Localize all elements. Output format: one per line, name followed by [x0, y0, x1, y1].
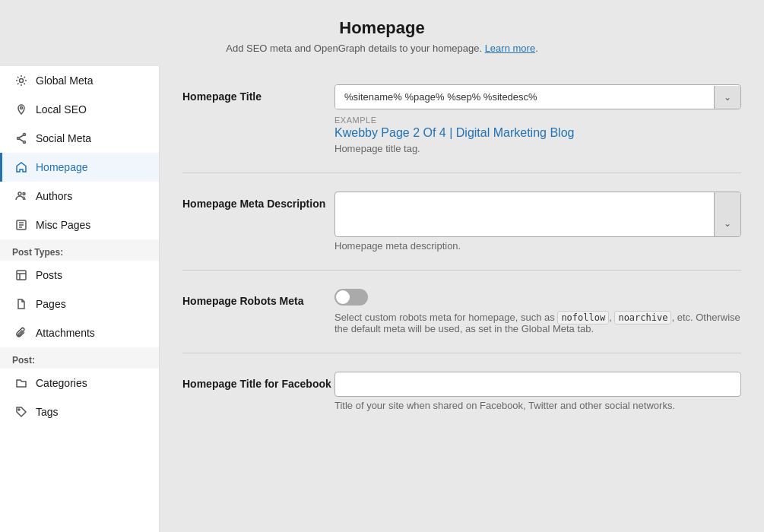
- home-icon: [14, 160, 28, 174]
- post-section-label: Post:: [0, 347, 159, 369]
- field-label-robots-meta: Homepage Robots Meta: [182, 289, 334, 307]
- field-label-homepage-title: Homepage Title: [182, 84, 334, 103]
- code-tag-nofollow: nofollow: [557, 311, 609, 325]
- sidebar-label-misc-pages: Misc Pages: [36, 219, 90, 231]
- tag-icon: [14, 405, 28, 419]
- meta-description-value: [335, 192, 714, 236]
- svg-point-10: [23, 193, 25, 195]
- sidebar-label-local-seo: Local SEO: [36, 103, 87, 116]
- field-control-facebook-title: Title of your site when shared on Facebo…: [334, 372, 741, 411]
- post-types-section-label: Post Types:: [0, 239, 159, 261]
- sidebar-label-categories: Categories: [36, 377, 87, 389]
- sidebar-label-authors: Authors: [36, 190, 72, 202]
- sidebar-item-posts[interactable]: Posts: [0, 261, 159, 290]
- svg-point-3: [17, 138, 20, 140]
- meta-description-textarea[interactable]: ⌄: [334, 192, 741, 237]
- homepage-title-dropdown-arrow[interactable]: ⌄: [714, 86, 740, 109]
- svg-point-22: [18, 409, 20, 410]
- sidebar-item-attachments[interactable]: Attachments: [0, 318, 159, 347]
- sidebar-label-social-meta: Social Meta: [36, 132, 91, 144]
- sidebar-label-pages: Pages: [36, 298, 66, 310]
- page-title: Homepage: [15, 18, 749, 38]
- sidebar-item-misc-pages[interactable]: Misc Pages: [0, 211, 159, 239]
- folder-icon: [14, 376, 28, 390]
- field-control-robots-meta: Select custom robots meta for homepage, …: [334, 289, 741, 334]
- meta-description-dropdown-arrow[interactable]: ⌄: [714, 192, 740, 236]
- field-label-facebook-title: Homepage Title for Facebook: [182, 372, 334, 390]
- toggle-knob: [336, 290, 350, 304]
- table-icon: [14, 268, 28, 282]
- homepage-title-value: %sitename% %page% %sep% %sitedesc%: [335, 85, 714, 109]
- facebook-title-input[interactable]: [334, 372, 741, 397]
- svg-line-6: [20, 139, 24, 141]
- sidebar-label-posts: Posts: [36, 269, 62, 281]
- svg-point-1: [21, 107, 23, 109]
- field-control-homepage-title: %sitename% %page% %sep% %sitedesc% ⌄ EXA…: [334, 84, 741, 154]
- svg-point-2: [24, 134, 26, 136]
- homepage-title-select[interactable]: %sitename% %page% %sep% %sitedesc% ⌄: [334, 84, 741, 109]
- sidebar-item-global-meta[interactable]: Global Meta: [0, 66, 159, 95]
- sidebar-item-pages[interactable]: Pages: [0, 290, 159, 318]
- sidebar-label-global-meta: Global Meta: [36, 74, 93, 87]
- sidebar-label-homepage: Homepage: [36, 161, 88, 173]
- svg-point-4: [24, 141, 26, 144]
- form-row-facebook-title: Homepage Title for Facebook Title of you…: [182, 372, 741, 429]
- page-subtitle: Add SEO meta and OpenGraph details to yo…: [15, 43, 749, 54]
- learn-more-link[interactable]: Learn more: [485, 43, 535, 54]
- content-area: Homepage Title %sitename% %page% %sep% %…: [160, 66, 764, 532]
- share-icon: [14, 131, 28, 145]
- sidebar-label-tags: Tags: [36, 406, 59, 418]
- sidebar-item-social-meta[interactable]: Social Meta: [0, 124, 159, 153]
- list-icon: [14, 218, 28, 232]
- meta-description-helper: Homepage meta description.: [334, 240, 741, 252]
- sidebar-item-authors[interactable]: Authors: [0, 182, 159, 211]
- sidebar-item-tags[interactable]: Tags: [0, 397, 159, 426]
- sidebar: Global Meta Local SEO Soc: [0, 66, 160, 532]
- gear-icon: [14, 74, 28, 87]
- doc-icon: [14, 297, 28, 311]
- main-layout: Global Meta Local SEO Soc: [0, 66, 764, 532]
- homepage-title-helper: Homepage title tag.: [334, 143, 741, 154]
- facebook-title-helper: Title of your site when shared on Facebo…: [334, 400, 741, 411]
- field-control-meta-description: ⌄ Homepage meta description.: [334, 192, 741, 252]
- svg-line-5: [20, 135, 24, 138]
- pin-icon: [14, 103, 28, 116]
- robots-meta-toggle-row: [334, 289, 741, 306]
- sidebar-item-local-seo[interactable]: Local SEO: [0, 95, 159, 124]
- sidebar-item-homepage[interactable]: Homepage: [0, 153, 159, 182]
- field-label-meta-description: Homepage Meta Description: [182, 192, 334, 210]
- svg-point-0: [20, 79, 24, 83]
- sidebar-item-categories[interactable]: Categories: [0, 369, 159, 397]
- page-header: Homepage Add SEO meta and OpenGraph deta…: [0, 0, 764, 66]
- robots-meta-helper: Select custom robots meta for homepage, …: [334, 312, 741, 334]
- robots-meta-toggle[interactable]: [334, 289, 368, 306]
- sidebar-label-attachments: Attachments: [36, 327, 95, 339]
- form-row-robots-meta: Homepage Robots Meta Select custom robot…: [182, 289, 741, 353]
- example-link: Kwebby Page 2 Of 4 | Digital Marketing B…: [334, 126, 741, 140]
- code-tag-noarchive: noarchive: [614, 311, 671, 325]
- clip-icon: [14, 326, 28, 340]
- svg-rect-15: [17, 271, 26, 280]
- form-row-meta-description: Homepage Meta Description ⌄ Homepage met…: [182, 192, 741, 271]
- svg-point-9: [18, 192, 21, 195]
- form-row-homepage-title: Homepage Title %sitename% %page% %sep% %…: [182, 84, 741, 173]
- people-icon: [14, 189, 28, 203]
- example-label: EXAMPLE: [334, 116, 741, 125]
